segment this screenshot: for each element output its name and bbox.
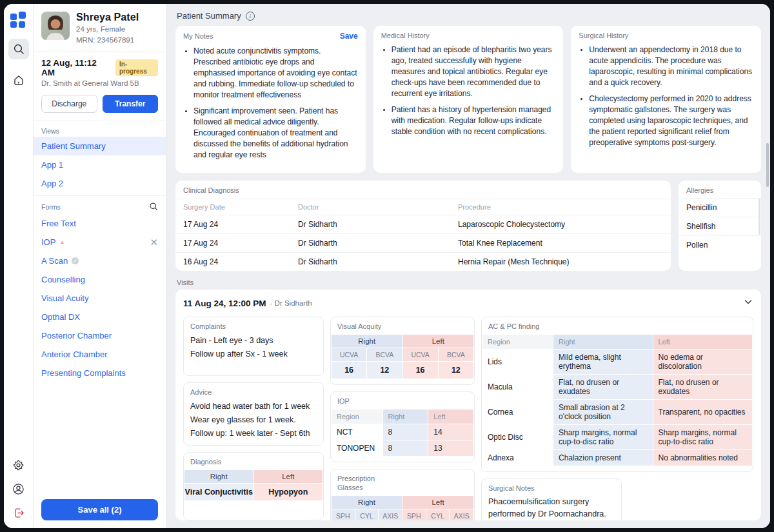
surgical-notes-title: Surgical Notes [488,484,615,492]
cell-procedure: Laparoscopic Cholecystectomy [450,215,671,234]
allergy-item: Pollen [679,235,761,254]
form-item-posterior-chamber[interactable]: Posterior Chamber [34,326,166,345]
discharge-button[interactable]: Discharge [41,95,97,113]
diagnosis-left-value: Hypopyon [253,484,323,501]
my-notes-card: My Notes Save Noted acute conjunctivitis… [175,26,366,173]
cell-doctor: Dr Sidharth [290,234,450,253]
rx-subcol: CYL [426,509,450,520]
acpc-right: Chalazion present [553,450,653,466]
allergy-item: Shellfish [679,217,761,235]
advice-line: Wear eye glasses for 1 week. [190,413,317,427]
patient-avatar [41,12,70,40]
form-item-counselling[interactable]: Counselling [34,270,166,289]
rx-subcol: AXIS [450,509,474,520]
complaint-line: Follow up after Sx - 1 week [190,348,317,361]
form-item-anterior-chamber[interactable]: Anterior Chamber [34,345,166,364]
allergies-title: Allergies [679,181,761,198]
form-item-label: Visual Acuity [41,293,88,303]
view-item-app2[interactable]: App 2 [34,174,166,193]
warning-icon: ▲ [59,239,64,245]
views-section-label: Views [34,121,166,137]
app-logo-icon[interactable] [10,12,27,28]
form-item-visual-acuity[interactable]: Visual Acuity [34,289,166,308]
va-value: 12 [367,362,402,379]
forms-search-icon[interactable] [149,202,158,212]
va-value: 12 [438,362,473,379]
clinical-diagnosis-card: Clinical Diagnosis Surgery Date Doctor P… [175,181,671,271]
complaints-title: Complaints [190,322,317,330]
rx-subcol: AXIS [379,509,402,520]
save-all-button[interactable]: Save all (2) [41,499,158,520]
account-icon[interactable] [12,483,25,495]
visit-header[interactable]: 11 Aug 24, 12:00 PM - Dr Sidharth [183,297,753,310]
iop-card: IOP Region Right Left NCT 8 14 [330,391,475,462]
form-item-a-scan[interactable]: A Scan ✓ [34,251,166,270]
glasses-label: Glasses [337,484,468,491]
chevron-down-icon[interactable] [743,297,753,310]
view-item-app1[interactable]: App 1 [34,155,166,174]
diagnosis-card: Diagnosis Right Left Viral Conjuctivitis… [183,452,324,520]
save-notes-button[interactable]: Save [340,32,358,41]
admission-datetime: 12 Aug, 11:12 AM [41,58,111,77]
acpc-col-header: Region [482,335,553,350]
icon-rail [4,4,34,528]
table-row: 17 Aug 24 Dr Sidharth Total Knee Replace… [175,234,671,253]
iop-col-header: Right [382,409,428,424]
settings-gear-icon[interactable] [12,459,25,471]
diagnosis-right-value: Viral Conjuctivitis [184,484,254,501]
form-item-opthal-dx[interactable]: Opthal DX [34,308,166,326]
ac-pc-title: AC & PC finding [488,322,746,330]
page-title: Patient Summary [177,11,241,21]
view-item-patient-summary[interactable]: Patient Summary [34,137,166,155]
column-header: Doctor [290,199,450,215]
complaints-card: Complaints Pain - Left eye - 3 days Foll… [183,317,324,376]
table-row: 17 Aug 24 Dr Sidharth Laparoscopic Chole… [175,215,671,234]
clinical-diagnosis-title: Clinical Diagnosis [175,181,671,199]
view-item-label: App 1 [41,160,63,170]
home-icon[interactable] [8,70,29,90]
form-item-label: IOP [41,237,55,247]
advice-line: Follow up: 1 week later - Sept 6th [190,427,317,440]
complaint-line: Pain - Left eye - 3 days [190,334,317,348]
my-notes-title: My Notes [183,32,213,40]
va-subcol: UCVA [402,348,438,362]
prescription-title: Prescription [337,475,468,482]
transfer-button[interactable]: Transfer [103,95,159,113]
acpc-col-header: Right [553,335,653,350]
form-item-label: Free Text [41,219,76,228]
form-item-presenting-complaints[interactable]: Presenting Complaints [34,364,166,382]
cell-surgery-date: 17 Aug 24 [175,234,290,253]
medical-history-card: Medical History Patient had an episode o… [373,26,564,173]
close-icon[interactable]: ✕ [150,237,158,247]
form-item-label: Presenting Complaints [41,368,126,378]
acpc-right: Sharp margins, normal cup-to-disc ratio [553,425,653,450]
app-window: Shreya Patel 24 yrs, Female MRN: 2345678… [4,4,770,528]
status-badge: In-progress [115,59,158,76]
acpc-right: Small abrasion at 2 o'clock position [553,400,653,425]
main-content: Patient Summary i My Notes Save Noted ac… [166,4,770,528]
va-value: 16 [402,362,438,379]
logout-icon[interactable] [12,507,25,519]
allergies-scrollbar[interactable] [759,199,760,235]
check-circle-icon: ✓ [72,257,79,264]
rx-right-header: Right [332,496,402,509]
page-scrollbar[interactable] [766,143,769,187]
search-icon[interactable] [8,39,29,59]
form-item-label: Counselling [41,275,85,284]
form-item-label: Opthal DX [41,312,80,322]
forms-section-label: Forms [41,203,61,211]
acpc-col-header: Left [653,335,753,350]
visual-acuity-card: Visual Acquity Right Left UCVA BCVA UCVA… [330,317,475,385]
table-row: Adnexa Chalazion present No abnormalitie… [482,450,753,466]
table-row: Cornea Small abrasion at 2 o'clock posit… [482,400,753,425]
form-item-free-text[interactable]: Free Text [34,214,166,233]
form-item-iop[interactable]: IOP ▲ ✕ [34,233,166,251]
cell-procedure: Total Knee Replacement [450,234,671,253]
va-left-header: Left [402,335,474,348]
surgical-notes-card: Surgical Notes Phacoemulsification surge… [481,478,622,520]
advice-title: Advice [190,388,317,396]
note-bullet: Noted acute conjunctivitis symptoms. Pre… [194,46,358,101]
diagnosis-left-header: Left [253,470,323,484]
info-icon[interactable]: i [246,12,255,21]
va-subcol: UCVA [332,348,367,362]
